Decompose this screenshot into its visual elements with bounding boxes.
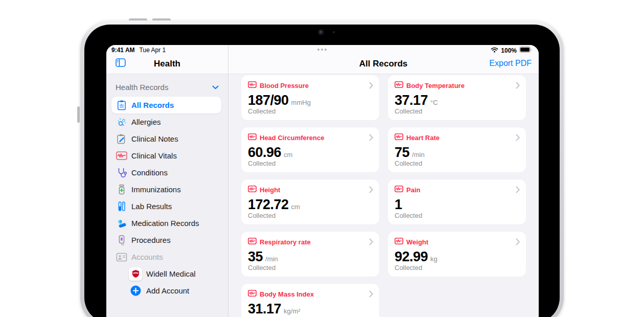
ipad-screen: 9:41 AM Tue Apr 1 100% Health All Record… <box>106 45 539 317</box>
sidebar-item-label: Lab Results <box>131 202 172 211</box>
section-title: Health Records <box>116 83 168 92</box>
add-account-icon <box>129 285 142 297</box>
waveform-icon <box>395 81 403 90</box>
collected-label: Collected <box>248 107 275 115</box>
camera-sensor <box>333 31 335 33</box>
chevron-right-icon <box>516 82 520 89</box>
sidebar-item-label: Accounts <box>131 253 163 261</box>
record-card-head-circumference[interactable]: Head Circumference 60.96cm Collected <box>241 127 379 172</box>
chevron-right-icon <box>516 134 520 141</box>
sidebar-item-label: Clinical Notes <box>131 134 178 143</box>
record-unit: /min <box>412 151 425 158</box>
record-card-heart-rate[interactable]: Heart Rate 75/min Collected <box>388 127 526 172</box>
record-value: 1 <box>395 197 402 213</box>
record-title: Blood Pressure <box>260 82 309 89</box>
waveform-icon <box>248 237 257 246</box>
lab-results-icon <box>116 201 127 212</box>
chevron-right-icon <box>516 186 520 193</box>
collected-label: Collected <box>248 212 275 219</box>
record-unit: kg <box>430 255 438 263</box>
sidebar-item-all-records[interactable]: All Records <box>111 97 221 114</box>
sidebar-list: All Records Allergies Clinical Notes Cli… <box>106 97 228 299</box>
record-card-pain[interactable]: Pain 1 Collected <box>388 179 526 224</box>
status-date: Tue Apr 1 <box>140 47 166 54</box>
health-records-section-header[interactable]: Health Records <box>106 81 228 93</box>
waveform-icon <box>395 237 403 246</box>
waveform-icon <box>248 81 257 90</box>
collected-label: Collected <box>248 160 275 167</box>
all-records-icon <box>116 100 127 111</box>
front-camera <box>318 29 324 35</box>
record-card-body-temperature[interactable]: Body Temperature 37.17°C Collected <box>388 75 526 120</box>
battery-percent: 100% <box>501 47 517 54</box>
immunizations-icon <box>116 184 127 195</box>
collected-label: Collected <box>395 160 422 167</box>
waveform-icon <box>395 185 403 194</box>
widell-medical-logo <box>129 268 142 280</box>
export-pdf-button[interactable]: Export PDF <box>489 59 532 68</box>
record-value: 92.99 <box>395 249 428 265</box>
battery-icon <box>519 47 532 54</box>
sidebar-item-immunizations[interactable]: Immunizations <box>106 181 228 198</box>
record-value: 35 <box>248 249 263 265</box>
sidebar-item-allergies[interactable]: Allergies <box>106 114 228 130</box>
record-value: 60.96 <box>248 145 281 161</box>
waveform-icon <box>395 133 403 142</box>
sidebar-item-label: Medication Records <box>131 219 199 228</box>
chevron-right-icon <box>369 186 373 193</box>
sidebar-item-clinical-vitals[interactable]: Clinical Vitals <box>106 147 228 164</box>
header-divider <box>106 74 539 74</box>
status-bar-right: 100% <box>491 47 532 54</box>
accounts-icon <box>116 252 127 263</box>
record-card-height[interactable]: Height 172.72cm Collected <box>241 179 379 224</box>
status-bar-left: 9:41 AM Tue Apr 1 <box>111 47 166 54</box>
sidebar-item-conditions[interactable]: Conditions <box>106 164 228 181</box>
record-value: 187/90 <box>248 93 289 108</box>
record-unit: cm <box>284 151 292 158</box>
sidebar-item-add-account[interactable]: Add Account <box>106 282 228 299</box>
collected-label: Collected <box>395 264 422 271</box>
ipad-marketing-shot: 9:41 AM Tue Apr 1 100% Health All Record… <box>0 0 644 317</box>
waveform-icon <box>248 185 257 194</box>
chevron-right-icon <box>369 134 373 141</box>
record-unit: mmHg <box>291 99 311 106</box>
record-title: Head Circumference <box>260 134 324 142</box>
records-grid: Blood Pressure 187/90mmHg Collected Body… <box>241 75 526 317</box>
waveform-icon <box>248 289 257 299</box>
chevron-right-icon <box>369 82 373 89</box>
sidebar-item-label: Add Account <box>146 286 189 295</box>
record-value: 31.17 <box>248 301 281 317</box>
conditions-icon <box>116 167 127 178</box>
sidebar-item-widell-medical[interactable]: Widell Medical <box>106 265 228 282</box>
record-value: 172.72 <box>248 197 289 213</box>
waveform-icon <box>248 133 257 142</box>
app-title: Health <box>106 59 228 69</box>
collected-label: Collected <box>395 212 422 219</box>
record-value: 37.17 <box>395 93 428 108</box>
sidebar-divider <box>228 45 228 317</box>
sidebar-item-label: Allergies <box>131 118 161 126</box>
record-card-body-mass-index[interactable]: Body Mass Index 31.17kg/m² Collected <box>241 284 379 317</box>
record-card-respiratory-rate[interactable]: Respiratory rate 35/min Collected <box>241 232 379 277</box>
record-card-weight[interactable]: Weight 92.99kg Collected <box>388 232 526 277</box>
record-value: 75 <box>395 145 409 161</box>
sidebar-item-label: All Records <box>131 101 174 109</box>
record-card-blood-pressure[interactable]: Blood Pressure 187/90mmHg Collected <box>241 75 379 120</box>
multitasking-indicator[interactable] <box>317 49 327 51</box>
record-title: Body Mass Index <box>260 290 314 298</box>
chevron-down-icon[interactable] <box>212 82 219 92</box>
clinical-vitals-icon <box>116 150 127 162</box>
sidebar-item-medication-records[interactable]: Medication Records <box>106 215 228 232</box>
collected-label: Collected <box>248 264 275 271</box>
record-unit: °C <box>430 99 438 106</box>
sidebar-item-label: Clinical Vitals <box>131 151 177 160</box>
medication-records-icon <box>116 218 127 229</box>
sidebar-item-accounts: Accounts <box>106 248 228 265</box>
sidebar-item-lab-results[interactable]: Lab Results <box>106 198 228 215</box>
sidebar-item-label: Immunizations <box>131 185 181 194</box>
record-title: Body Temperature <box>406 82 465 89</box>
sidebar-item-procedures[interactable]: Procedures <box>106 232 228 248</box>
sidebar-item-clinical-notes[interactable]: Clinical Notes <box>106 130 228 147</box>
record-title: Weight <box>406 238 428 246</box>
sidebar-item-label: Conditions <box>131 168 168 177</box>
